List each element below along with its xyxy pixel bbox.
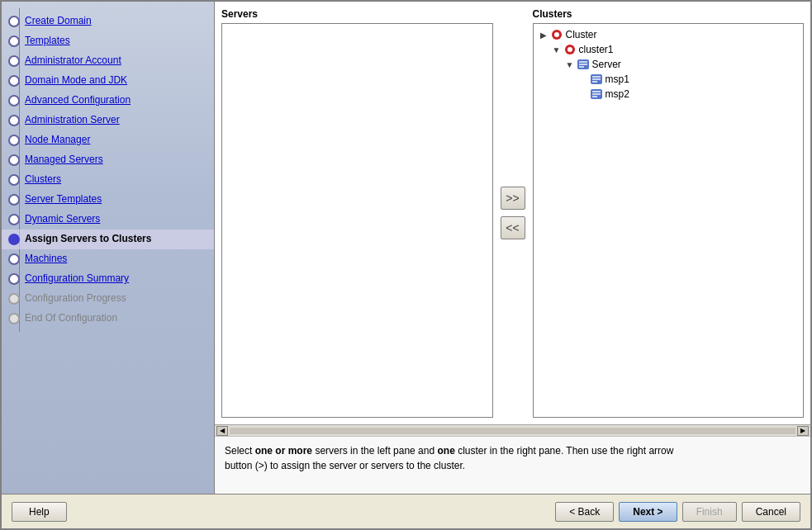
panes-area: Servers >> << Clusters — [215, 2, 810, 424]
sidebar-label-administration-server[interactable]: Administration Server — [25, 113, 120, 127]
tree-item-cluster1[interactable]: ▼ cluster1 — [537, 42, 800, 57]
sidebar-label-assign-servers-to-clusters[interactable]: Assign Servers to Clusters — [25, 232, 151, 246]
svg-point-1 — [554, 32, 559, 37]
sidebar-label-managed-servers[interactable]: Managed Servers — [25, 153, 103, 167]
expand-icon-cluster1[interactable]: ▼ — [550, 43, 563, 56]
svg-rect-6 — [579, 64, 587, 65]
scroll-left-btn[interactable]: ◀ — [216, 426, 228, 436]
description-area: Select one or more servers in the left p… — [215, 436, 810, 494]
sidebar-item-server-templates[interactable]: Server Templates — [2, 190, 214, 210]
clusters-tree: ▶ Cluster — [534, 24, 804, 105]
clusters-pane-box[interactable]: ▶ Cluster — [533, 23, 805, 418]
scroll-right-btn[interactable]: ▶ — [797, 426, 809, 436]
footer: Help < Back Next > Finish Cancel — [2, 494, 810, 528]
sidebar-item-templates[interactable]: Templates — [2, 31, 214, 51]
sidebar-dot-dynamic-servers — [8, 214, 20, 225]
sidebar-dot-domain-mode-jdk — [8, 75, 20, 87]
svg-rect-9 — [592, 76, 601, 78]
sidebar-label-advanced-configuration[interactable]: Advanced Configuration — [25, 93, 131, 107]
msp2-icon — [590, 88, 603, 100]
sidebar-dot-node-manager — [8, 135, 20, 146]
sidebar-item-create-domain[interactable]: Create Domain — [2, 12, 214, 31]
tree-label-cluster-root: Cluster — [566, 29, 597, 40]
sidebar-item-node-manager[interactable]: Node Manager — [2, 130, 214, 150]
help-button[interactable]: Help — [12, 502, 67, 522]
bold-one-or-more: one or more — [255, 445, 312, 457]
unassign-button[interactable]: << — [501, 216, 525, 239]
scroll-track[interactable] — [230, 428, 795, 434]
sidebar-label-configuration-progress: Configuration Progress — [25, 291, 126, 305]
msp1-icon — [590, 73, 603, 85]
spacer-msp1 — [577, 73, 590, 86]
sidebar-dot-machines — [8, 253, 20, 265]
expand-icon-server-folder[interactable]: ▼ — [563, 58, 577, 71]
svg-rect-5 — [579, 61, 587, 63]
sidebar-label-administrator-account[interactable]: Administrator Account — [25, 54, 121, 68]
sidebar-label-clusters[interactable]: Clusters — [25, 173, 61, 187]
sidebar-item-administrator-account[interactable]: Administrator Account — [2, 51, 214, 71]
back-button[interactable]: < Back — [555, 502, 614, 522]
sidebar-item-configuration-summary[interactable]: Configuration Summary — [2, 269, 214, 289]
tree-item-msp1[interactable]: msp1 — [537, 72, 800, 87]
server-folder-icon — [577, 59, 590, 70]
assign-button[interactable]: >> — [501, 187, 525, 210]
content-area: Create Domain Templates Administrator Ac… — [2, 2, 810, 494]
svg-rect-11 — [592, 81, 597, 83]
finish-button: Finish — [682, 502, 737, 522]
sidebar-label-node-manager[interactable]: Node Manager — [25, 133, 90, 147]
sidebar-dot-configuration-summary — [8, 273, 20, 285]
svg-rect-10 — [592, 78, 601, 80]
sidebar-item-machines[interactable]: Machines — [2, 249, 214, 269]
tree-label-msp1: msp1 — [605, 73, 629, 85]
horizontal-scrollbar[interactable]: ◀ ▶ — [215, 424, 810, 436]
sidebar-label-dynamic-servers[interactable]: Dynamic Servers — [25, 212, 100, 226]
main-panel: Servers >> << Clusters — [215, 2, 810, 494]
cancel-button[interactable]: Cancel — [742, 502, 800, 522]
sidebar-item-end-of-configuration: End Of Configuration — [2, 309, 214, 329]
cluster-folder-icon — [550, 29, 563, 40]
sidebar-item-dynamic-servers[interactable]: Dynamic Servers — [2, 210, 214, 230]
sidebar-item-clusters[interactable]: Clusters — [2, 170, 214, 190]
sidebar-dot-managed-servers — [8, 154, 20, 166]
panel-content: Servers >> << Clusters — [215, 2, 810, 494]
cluster1-icon — [563, 44, 577, 55]
sidebar-label-configuration-summary[interactable]: Configuration Summary — [25, 272, 129, 286]
tree-label-server-folder: Server — [592, 59, 621, 70]
sidebar-items-wrapper: Create Domain Templates Administrator Ac… — [2, 8, 214, 332]
sidebar-item-assign-servers-to-clusters[interactable]: Assign Servers to Clusters — [2, 230, 214, 249]
sidebar-label-server-templates[interactable]: Server Templates — [25, 192, 102, 206]
footer-right: < Back Next > Finish Cancel — [555, 502, 800, 522]
sidebar-label-create-domain[interactable]: Create Domain — [25, 14, 92, 28]
sidebar-item-managed-servers[interactable]: Managed Servers — [2, 150, 214, 170]
next-button[interactable]: Next > — [619, 502, 677, 522]
sidebar-label-machines[interactable]: Machines — [25, 252, 67, 266]
sidebar-dot-create-domain — [8, 16, 20, 27]
bold-one: one — [437, 445, 454, 457]
tree-item-server-folder[interactable]: ▼ Server — [537, 57, 800, 72]
sidebar: Create Domain Templates Administrator Ac… — [2, 2, 215, 494]
tree-item-cluster-root[interactable]: ▶ Cluster — [537, 27, 800, 42]
sidebar-label-end-of-configuration: End Of Configuration — [25, 311, 117, 325]
sidebar-dot-administrator-account — [8, 55, 20, 67]
servers-pane-section: Servers — [221, 8, 493, 418]
footer-left: Help — [12, 502, 67, 522]
sidebar-dot-templates — [8, 35, 20, 47]
expand-icon-cluster-root[interactable]: ▶ — [537, 28, 550, 41]
servers-pane-box[interactable] — [221, 23, 493, 418]
sidebar-label-templates[interactable]: Templates — [25, 34, 70, 48]
sidebar-dot-advanced-configuration — [8, 95, 20, 106]
sidebar-item-advanced-configuration[interactable]: Advanced Configuration — [2, 91, 214, 111]
sidebar-dot-clusters — [8, 174, 20, 186]
main-window: Create Domain Templates Administrator Ac… — [0, 0, 812, 530]
svg-rect-13 — [592, 91, 601, 92]
sidebar-item-administration-server[interactable]: Administration Server — [2, 111, 214, 130]
sidebar-item-domain-mode-jdk[interactable]: Domain Mode and JDK — [2, 71, 214, 91]
sidebar-label-domain-mode-jdk[interactable]: Domain Mode and JDK — [25, 73, 127, 88]
tree-item-msp2[interactable]: msp2 — [537, 87, 800, 102]
sidebar-dot-server-templates — [8, 194, 20, 206]
sidebar-item-configuration-progress: Configuration Progress — [2, 289, 214, 309]
arrow-controls: >> << — [496, 8, 529, 418]
tree-label-msp2: msp2 — [605, 88, 629, 100]
sidebar-dot-configuration-progress — [8, 293, 20, 305]
svg-rect-7 — [579, 66, 584, 68]
